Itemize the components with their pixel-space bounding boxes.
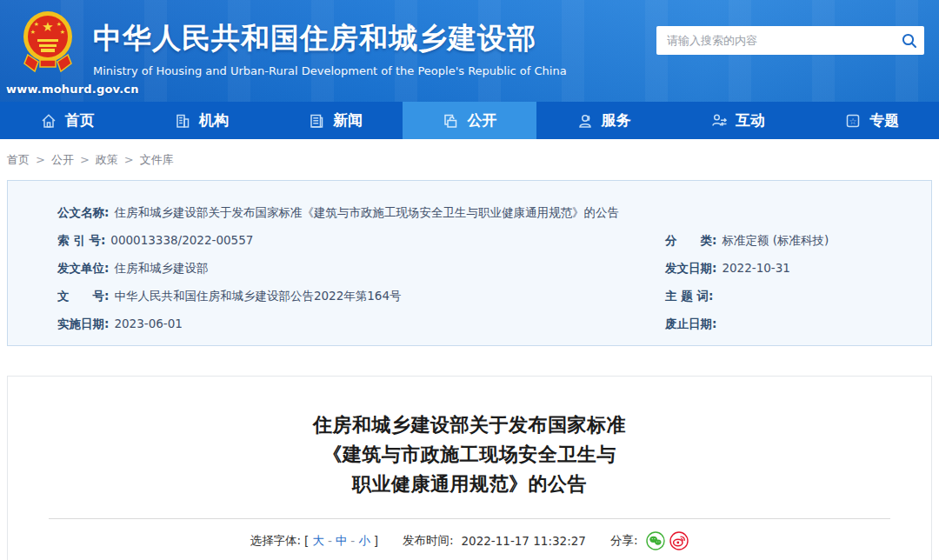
organization-icon (174, 112, 191, 130)
font-size-label: 选择字体: (250, 533, 302, 549)
nav-item-interaction[interactable]: 互动 (670, 102, 804, 139)
meta-label: 发文单位: (57, 259, 109, 277)
bracket-close: ] (374, 534, 378, 548)
nav-item-label: 首页 (65, 110, 95, 130)
breadcrumb-separator: > (124, 153, 134, 166)
publish-time-label: 发布时间: (403, 533, 454, 549)
font-size-medium-button[interactable]: 中 (336, 533, 348, 549)
meta-value: 住房和城乡建设部关于发布国家标准《建筑与市政施工现场安全卫生与职业健康通用规范》… (114, 203, 619, 221)
meta-row-doc-name: 公文名称: 住房和城乡建设部关于发布国家标准《建筑与市政施工现场安全卫生与职业健… (57, 203, 914, 221)
search-input[interactable] (656, 26, 895, 55)
nav-item-label: 互动 (736, 110, 765, 130)
meta-value: 中华人民共和国住房和城乡建设部公告2022年第164号 (114, 287, 401, 304)
meta-row-abolition-date: 废止日期: (665, 315, 914, 332)
weibo-icon[interactable] (669, 531, 689, 550)
bracket-open: [ (304, 534, 309, 548)
topics-icon: ☆ (844, 112, 862, 130)
title-divider (49, 518, 890, 519)
svg-text:★: ★ (42, 19, 53, 35)
meta-row-issue-date: 发文日期: 2022-10-31 (665, 259, 914, 277)
nav-item-label: 公开 (467, 110, 496, 130)
site-title-chinese: 中华人民共和国住房和城乡建设部 (93, 19, 567, 58)
meta-label: 公文名称: (57, 203, 109, 221)
nav-item-label: 专题 (869, 110, 899, 130)
search-icon[interactable] (895, 26, 924, 55)
meta-value: 2022-10-31 (722, 259, 789, 277)
breadcrumb-document-library[interactable]: 文件库 (140, 152, 174, 168)
disclosure-icon (442, 112, 459, 130)
meta-row-category: 分 类: 标准定额 (标准科技) (665, 231, 914, 249)
nav-item-label: 服务 (602, 110, 631, 130)
home-icon (40, 112, 57, 130)
article-title-line-2: 《建筑与市政施工现场安全卫生与 (8, 440, 931, 470)
meta-label: 发文日期: (665, 259, 716, 277)
meta-label: 主 题 词: (665, 287, 713, 304)
font-size-selector: 选择字体: [ 大 - 中 - 小 ] (250, 533, 378, 549)
meta-label: 实施日期: (57, 315, 109, 332)
nav-item-label: 机构 (199, 110, 229, 130)
search-box (656, 26, 924, 55)
meta-row-issuing-unit: 发文单位: 住房和城乡建设部 (57, 259, 665, 277)
font-size-small-button[interactable]: 小 (358, 533, 370, 549)
publish-time-value: 2022-11-17 11:32:27 (461, 534, 585, 548)
font-size-large-button[interactable]: 大 (312, 533, 324, 549)
breadcrumb: 首页 > 公开 > 政策 > 文件库 (0, 139, 939, 180)
meta-row-keywords: 主 题 词: (665, 287, 914, 304)
nav-item-disclosure[interactable]: 公开 (403, 102, 536, 139)
article-title-line-1: 住房和城乡建设部关于发布国家标准 (8, 410, 931, 440)
site-url: www.mohurd.gov.cn (6, 83, 139, 96)
nav-item-service[interactable]: 服务 (536, 102, 670, 139)
share-label: 分享: (610, 533, 638, 549)
interaction-icon (710, 112, 728, 130)
svg-text:★: ★ (34, 21, 39, 28)
nav-item-label: 新闻 (333, 110, 363, 130)
article-toolbar: 选择字体: [ 大 - 中 - 小 ] 发布时间: 2022-11-17 11:… (8, 531, 931, 550)
meta-value: 住房和城乡建设部 (114, 259, 208, 277)
site-title-english: Ministry of Housing and Urban-Rural Deve… (93, 64, 567, 77)
nav-item-news[interactable]: 新闻 (269, 102, 403, 139)
meta-label: 废止日期: (665, 315, 716, 332)
breadcrumb-separator: > (36, 153, 45, 166)
font-size-dash: - (328, 534, 332, 548)
meta-label: 分 类: (665, 231, 716, 249)
svg-text:★: ★ (30, 29, 36, 36)
svg-text:★: ★ (57, 21, 62, 28)
wechat-icon[interactable] (646, 531, 665, 550)
meta-row-index-number: 索 引 号: 000013338/2022-00557 (57, 231, 665, 249)
article-title-line-3: 职业健康通用规范》的公告 (8, 470, 931, 499)
meta-label: 文 号: (57, 287, 109, 304)
breadcrumb-home[interactable]: 首页 (7, 152, 30, 168)
news-icon (308, 112, 325, 130)
meta-row-doc-number: 文 号: 中华人民共和国住房和城乡建设部公告2022年第164号 (57, 287, 665, 304)
svg-text:★: ★ (60, 29, 65, 36)
meta-value: 000013338/2022-00557 (110, 231, 253, 249)
meta-value: 2023-06-01 (114, 315, 182, 332)
meta-value: 标准定额 (标准科技) (722, 231, 829, 249)
publish-time: 发布时间: 2022-11-17 11:32:27 (403, 533, 586, 549)
meta-row-implementation-date: 实施日期: 2023-06-01 (57, 315, 665, 332)
article-container: 住房和城乡建设部关于发布国家标准 《建筑与市政施工现场安全卫生与 职业健康通用规… (7, 376, 932, 560)
breadcrumb-policy[interactable]: 政策 (96, 152, 118, 168)
share-group: 分享: (610, 531, 689, 550)
nav-item-topics[interactable]: ☆ 专题 (805, 102, 939, 139)
svg-text:☆: ☆ (849, 116, 857, 125)
nav-item-organization[interactable]: 机构 (134, 102, 268, 139)
breadcrumb-separator: > (80, 153, 90, 166)
main-nav: 首页 机构 新闻 公开 (0, 102, 939, 139)
breadcrumb-disclosure[interactable]: 公开 (51, 152, 74, 168)
nav-item-home[interactable]: 首页 (0, 102, 134, 139)
font-size-dash: - (350, 534, 355, 548)
article-title: 住房和城乡建设部关于发布国家标准 《建筑与市政施工现场安全卫生与 职业健康通用规… (8, 410, 931, 499)
site-header: ★ ★ ★ ★ ★ www.mohurd.gov.cn 中华人民共和国住房和城乡… (0, 0, 939, 102)
service-icon (576, 112, 594, 130)
document-meta-panel: 公文名称: 住房和城乡建设部关于发布国家标准《建筑与市政施工现场安全卫生与职业健… (7, 180, 932, 346)
meta-label: 索 引 号: (57, 231, 105, 249)
china-national-emblem-icon: ★ ★ ★ ★ ★ (23, 8, 73, 79)
